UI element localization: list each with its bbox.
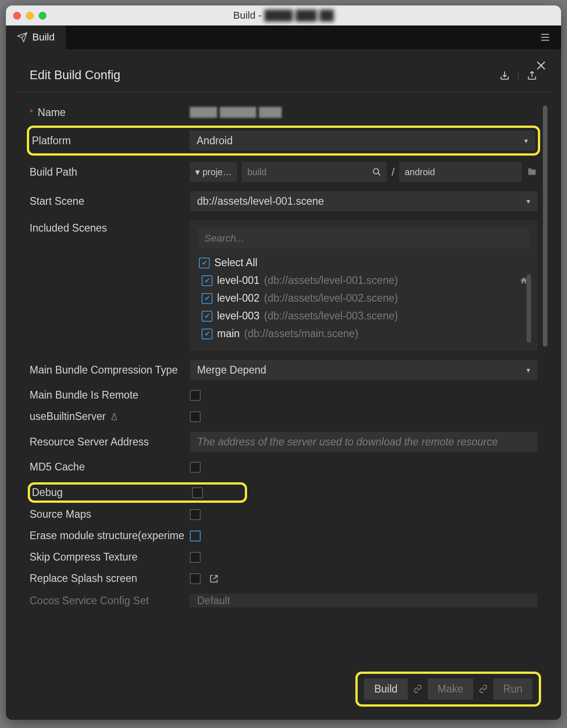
cocos-config-select[interactable]: Default	[190, 594, 537, 607]
skip-compress-label: Skip Compress Texture	[30, 551, 190, 563]
source-maps-label: Source Maps	[30, 508, 190, 521]
flask-icon	[110, 413, 118, 421]
erase-module-checkbox[interactable]	[190, 531, 201, 541]
builtin-server-checkbox[interactable]	[190, 411, 201, 422]
name-input[interactable]	[190, 106, 537, 119]
tab-build[interactable]: Build	[6, 25, 66, 49]
svg-line-6	[378, 173, 380, 176]
scene-row[interactable]: ✔ main (db://assets/main.scene)	[201, 325, 529, 343]
scene-checkbox[interactable]: ✔	[202, 329, 213, 339]
scene-checkbox[interactable]: ✔	[202, 311, 213, 322]
replace-splash-label: Replace Splash screen	[30, 572, 190, 585]
cocos-config-label: Cocos Service Config Set	[30, 595, 190, 607]
md5-cache-label: MD5 Cache	[30, 461, 190, 473]
titlebar: Build - ████ ███ ██	[6, 5, 561, 25]
scene-checkbox[interactable]: ✔	[202, 275, 213, 286]
open-splash-button[interactable]	[209, 574, 219, 584]
chevron-down-icon: ▾	[524, 136, 528, 145]
tab-label: Build	[32, 31, 55, 43]
scene-checkbox[interactable]: ✔	[202, 293, 213, 304]
path-separator: /	[391, 166, 395, 178]
search-icon	[372, 167, 381, 177]
scene-row[interactable]: ✔ level-002 (db://assets/level-002.scene…	[201, 289, 529, 307]
maximize-window-button[interactable]	[39, 12, 46, 20]
bundle-remote-label: Main Bundle Is Remote	[30, 389, 190, 401]
bundle-remote-checkbox[interactable]	[190, 390, 201, 401]
platform-select[interactable]: Android ▾	[189, 131, 535, 151]
link-icon	[413, 684, 422, 693]
scene-row[interactable]: ✔ level-003 (db://assets/level-003.scene…	[201, 307, 529, 325]
folder-icon	[526, 167, 537, 177]
compression-label: Main Bundle Compression Type	[30, 364, 190, 376]
select-all-checkbox[interactable]: ✔	[199, 258, 210, 268]
included-scenes-label: Included Scenes	[30, 220, 190, 234]
paper-plane-icon	[17, 32, 28, 43]
included-scenes-panel: ✔ Select All ✔ level-001 (db://assets/le…	[190, 220, 537, 351]
separator: |	[517, 71, 519, 80]
build-path-input[interactable]: build	[242, 162, 387, 182]
tab-bar: Build	[6, 25, 561, 49]
erase-module-label: Erase module structure(experime	[30, 530, 190, 542]
run-button[interactable]: Run	[493, 678, 532, 700]
hamburger-icon	[539, 31, 551, 43]
skip-compress-checkbox[interactable]	[190, 552, 201, 563]
import-icon	[499, 70, 510, 81]
import-button[interactable]	[499, 70, 510, 81]
chevron-down-icon: ▾	[526, 197, 530, 206]
platform-value: Android	[197, 135, 233, 147]
build-path-menu[interactable]: ▾ proje…	[190, 162, 237, 182]
close-window-button[interactable]	[13, 12, 21, 20]
home-icon	[519, 276, 528, 285]
debug-label: Debug	[32, 486, 192, 499]
build-path-label: Build Path	[30, 166, 190, 178]
scrollbar[interactable]	[543, 106, 547, 347]
resource-server-input[interactable]	[190, 432, 537, 452]
chevron-down-icon: ▾	[526, 366, 530, 374]
resource-server-label: Resource Server Address	[30, 436, 190, 448]
platform-label: Platform	[32, 135, 189, 147]
compression-select[interactable]: Merge Depend ▾	[190, 360, 537, 380]
svg-point-5	[374, 169, 379, 174]
scenes-search-input[interactable]	[198, 228, 529, 248]
menu-button[interactable]	[539, 31, 561, 43]
builtin-server-label: useBuiltinServer	[30, 410, 190, 423]
select-all-label: Select All	[214, 257, 258, 269]
replace-splash-checkbox[interactable]	[190, 573, 201, 584]
build-button[interactable]: Build	[364, 678, 407, 700]
start-scene-value: db://assets/level-001.scene	[197, 195, 324, 207]
start-scene-label: Start Scene	[30, 195, 190, 207]
source-maps-checkbox[interactable]	[190, 509, 201, 520]
popup-icon	[209, 574, 219, 584]
name-label: *Name	[30, 106, 190, 119]
md5-cache-checkbox[interactable]	[190, 462, 201, 473]
open-folder-button[interactable]	[526, 167, 537, 177]
panel-title: Edit Build Config	[30, 68, 121, 82]
build-path-suffix[interactable]: android	[399, 162, 522, 182]
debug-checkbox[interactable]	[192, 487, 203, 498]
link-icon	[479, 684, 488, 693]
close-icon	[535, 59, 547, 72]
make-button[interactable]: Make	[428, 678, 473, 700]
footer-actions: Build Make Run	[355, 672, 541, 707]
chevron-down-icon: ▾	[195, 167, 200, 177]
minimize-window-button[interactable]	[26, 12, 34, 20]
scene-row[interactable]: ✔ level-001 (db://assets/level-001.scene…	[201, 272, 529, 289]
close-panel-button[interactable]	[535, 59, 547, 72]
window-title: Build - ████ ███ ██	[233, 10, 334, 21]
start-scene-select[interactable]: db://assets/level-001.scene ▾	[190, 191, 537, 211]
